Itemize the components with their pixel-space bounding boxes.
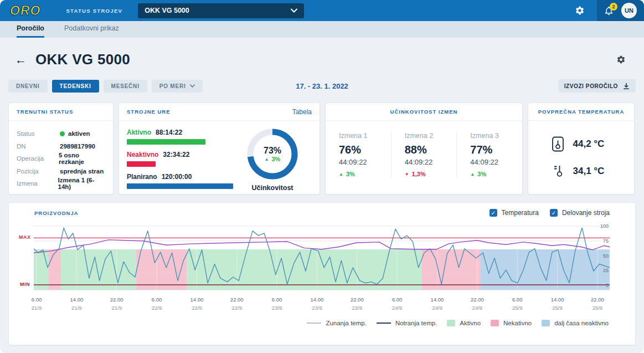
legend-label: Aktivno [460,320,481,326]
donut-center: 73% ▲3% [246,127,299,181]
bar-label: Neaktivno [127,151,158,158]
svg-text:0: 0 [606,283,609,288]
shift-percent: 76% [339,144,378,156]
svg-text:75: 75 [603,238,609,244]
settings-button[interactable] [575,6,585,16]
bar-label: Planirano [127,173,157,181]
shift-percent: 88% [405,144,444,156]
legend-box-swatch [542,320,550,326]
shift-efficiency-body: Izmena 1 76% 44:09:22 ▲3% Izmena 2 88% 4… [326,121,522,188]
machine-hours-bars: Aktivno88:14:22 Neaktivno32:34:22 Planir… [127,127,233,195]
avatar[interactable]: UN [621,3,637,18]
shift-delta: ▼1,3% [405,171,444,177]
filter-po-meri[interactable]: PO MERI [152,80,203,93]
legend-label: Notranja temp. [395,320,437,326]
notification-badge: 2 [610,3,617,11]
shift-column-1: Izmena 1 76% 44:09:22 ▲3% [326,132,391,177]
x-tick-label: 14.0025/9 [542,296,573,311]
shift-efficiency-title: UČINKOVITOST IZMEN [390,109,458,115]
delta-arrow-icon: ▲ [265,157,269,162]
donut-value: 73% [264,146,281,156]
x-tick-label: 14.0024/9 [422,296,453,311]
status-row-label: Operacija [17,155,59,162]
max-axis-label: MAX [19,234,31,240]
topbar: ORO STATUS STROJEV OKK VG 5000 2 UN [0,0,644,21]
export-report-button[interactable]: IZVOZI POROČILO [558,79,636,93]
status-active-dot [60,131,65,136]
x-tick-label: 22.0021/9 [101,296,132,311]
checkbox-temperatura[interactable]: ✓ Temperatura [490,209,539,217]
status-row-label: Izmena [17,180,58,187]
filter-mesecni[interactable]: MESEČNI [104,80,147,93]
production-title: PROIZVODNJA [34,210,79,216]
checkbox-checked-icon: ✓ [550,209,558,217]
status-row: Status aktiven [17,127,105,140]
current-status-header: TRENUTNI STATUS [9,103,113,121]
x-tick-label: 14.0021/9 [61,296,92,311]
current-status-body: Status aktiven DN 2989817990 Operacija 5… [9,121,113,195]
production-chart-card: PROIZVODNJA ✓ Temperatura ✓ Delovanje st… [8,202,636,345]
gear-icon [575,6,585,16]
svg-text:50: 50 [603,253,609,259]
x-tick-label: 6.0021/9 [21,296,52,311]
filter-tedenski[interactable]: TEDENSKI [52,80,99,93]
tab-porocilo[interactable]: Poročilo [17,24,44,38]
avg-temperature-header: POVPREČNA TEMPERATURA [528,103,634,121]
checkbox-delovanje-stroja[interactable]: ✓ Delovanje stroja [550,209,610,217]
bar-time: 120:00:00 [162,173,192,181]
summary-cards: TRENUTNI STATUS Status aktiven DN 298981… [8,103,636,195]
legend-box-swatch [447,320,455,326]
shift-delta: ▲3% [339,171,378,177]
filter-dnevni[interactable]: DNEVNI [8,80,48,93]
oro-logo: ORO [10,3,40,18]
back-arrow-icon[interactable]: ← [15,54,27,65]
bar-track [127,183,233,189]
avg-temperature-title: POVPREČNA TEMPERATURA [538,109,625,115]
shift-name: Izmena 1 [339,132,378,140]
outdoor-temp-value: 34,1 °C [573,166,605,177]
shift-percent: 77% [470,144,509,156]
page-settings-button[interactable] [616,55,626,64]
x-tick-label: 6.0024/9 [382,296,413,311]
filter-po-meri-label: PO MERI [159,83,186,89]
chevron-down-icon [190,84,195,88]
app-window: ORO STATUS STROJEV OKK VG 5000 2 UN Poro… [0,0,644,353]
machine-select-dropdown[interactable]: OKK VG 5000 [138,3,304,18]
production-chart-header: PROIZVODNJA ✓ Temperatura ✓ Delovanje st… [9,203,635,223]
bar-fill-aktivno [127,139,205,145]
status-row-value: aktiven [60,130,90,137]
status-row-label: DN [17,143,60,150]
notifications-button[interactable]: 2 [604,6,614,16]
legend-item: dalj časa neaktivno [542,320,609,326]
status-row: Izmena Izmena 1 (6-14h) [17,177,105,190]
machine-hours-title: STROJNE URE [127,109,171,115]
status-row-value: Izmena 1 (6-14h) [58,177,105,190]
shift-efficiency-header: UČINKOVITOST IZMEN [326,103,522,121]
x-tick-label: 22.0025/9 [582,296,613,311]
production-line-chart: 1007550250 [34,223,611,291]
x-tick-label: 14.0023/9 [301,296,332,311]
svg-text:25: 25 [603,268,609,273]
table-link[interactable]: Tabela [292,108,312,116]
delta-arrow-icon: ▼ [405,172,409,177]
bar-label: Aktivno [127,129,151,136]
page-title: OKK VG 5000 [35,51,130,68]
machine-hours-card: STROJNE URE Tabela Aktivno88:14:22 Neakt… [119,103,320,195]
legend-box-swatch [491,320,499,326]
current-status-title: TRENUTNI STATUS [17,109,73,115]
donut-label: Učinkovitost [251,184,293,192]
status-row-value: 2989817990 [60,143,95,150]
current-status-card: TRENUTNI STATUS Status aktiven DN 298981… [8,103,114,195]
bar-group-planirano: Planirano120:00:00 [127,173,233,189]
bar-group-neaktivno: Neaktivno32:34:22 [127,151,233,167]
tab-podatkovni-prikaz[interactable]: Podatkovni prikaz [64,24,119,38]
chart-legend: Zunanja temp.Notranja temp.AktivnoNekati… [9,320,635,326]
outdoor-temp-row: 34,1 °C [552,164,611,178]
machine-hours-body: Aktivno88:14:22 Neaktivno32:34:22 Planir… [119,121,320,195]
shift-name: Izmena 3 [470,132,509,140]
machine-select-value: OKK VG 5000 [145,7,189,14]
status-row: Pozicija sprednja stran [17,165,105,178]
bar-track [127,139,233,145]
status-row: Operacija 5 osno rezkanje [17,152,105,165]
chart-series-toggles: ✓ Temperatura ✓ Delovanje stroja [490,209,610,217]
